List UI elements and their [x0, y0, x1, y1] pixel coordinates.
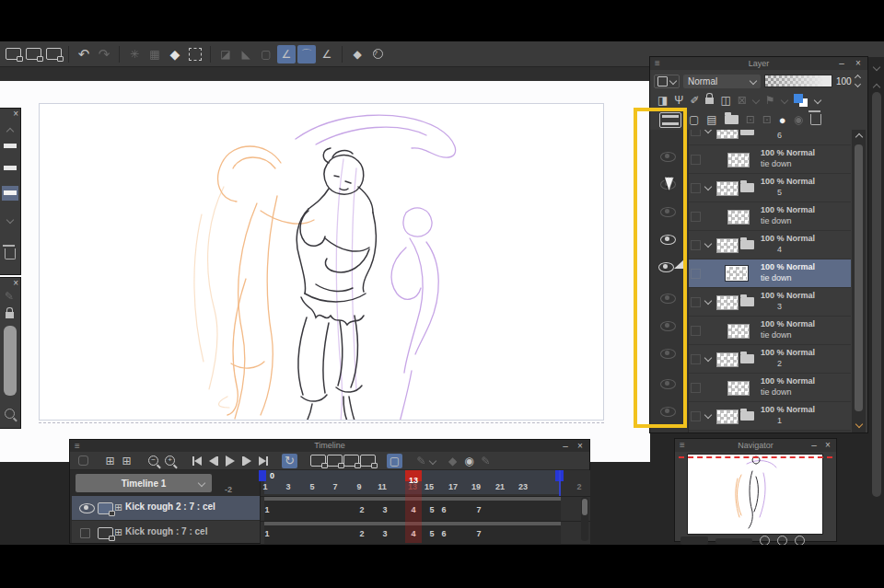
tutorial-icon[interactable]: ◆	[348, 45, 366, 63]
minimize-icon[interactable]: –	[808, 439, 820, 452]
layer-color-chip[interactable]	[794, 94, 808, 107]
cel-band[interactable]: 1 2 3 4 5 6 7	[261, 521, 590, 544]
previous-frame-icon[interactable]	[205, 454, 221, 468]
panel-menu-icon[interactable]: ≡	[680, 439, 685, 452]
layer-row-selected[interactable]: 100 % Normal tie down	[689, 259, 851, 288]
layer-row[interactable]: 100 % Normal tie down	[689, 202, 851, 231]
file-icon-2[interactable]	[24, 45, 42, 63]
snap-curve-icon[interactable]: ⌒	[297, 45, 316, 63]
mask-disabled-icon[interactable]: ⊠	[738, 95, 747, 106]
timeline-curve-icon[interactable]	[76, 454, 91, 468]
delete-layer-icon[interactable]	[810, 114, 821, 125]
list-item-selected[interactable]	[2, 186, 18, 201]
layer-row[interactable]: 100 % Normal tie down	[689, 145, 851, 174]
new-layer-icon[interactable]: ●	[779, 114, 786, 126]
batch-cel-icon[interactable]	[360, 454, 376, 468]
timeline-settings-icon[interactable]: ⊞	[119, 454, 134, 468]
pen-settings-icon[interactable]: ✎	[5, 291, 14, 302]
new-vector-layer-icon[interactable]: ◉	[794, 114, 803, 125]
panel-menu-icon[interactable]: ≡	[655, 57, 660, 70]
new-timeline-icon[interactable]: ⊞	[102, 454, 118, 468]
new-cel-icon[interactable]	[310, 454, 326, 468]
layer-row[interactable]: 100 % Normal 1	[689, 402, 851, 431]
play-icon[interactable]	[222, 454, 238, 468]
file-icon-3[interactable]	[44, 45, 63, 63]
lock-layer-icon[interactable]	[705, 98, 714, 104]
specify-cel-icon[interactable]	[327, 454, 343, 468]
new-mask-icon[interactable]: ▢	[689, 114, 699, 125]
panel-menu-icon[interactable]: ≡	[75, 440, 80, 453]
timeline-track-label[interactable]: ⊞ Kick rough 2 : 7 : cel	[72, 496, 260, 520]
timeline-ruler-area[interactable]: 1 3 5 7 9 11 15 17 19 21 23 2 0	[260, 470, 590, 543]
frame-icon[interactable]	[186, 45, 204, 63]
scroll-down-icon[interactable]	[6, 216, 14, 224]
timeline-selector[interactable]: Timeline 1	[76, 474, 212, 492]
palette-combo[interactable]	[654, 75, 680, 88]
light-table-icon[interactable]: ◆	[445, 454, 460, 468]
lock-transparent-icon[interactable]: ◫	[720, 95, 730, 106]
timeline-scrollbar[interactable]	[581, 497, 588, 541]
navigator-preview[interactable]	[687, 454, 823, 535]
onion-skin-icon[interactable]: ▢	[387, 454, 402, 468]
layer-row[interactable]: 100 % Normal 5	[689, 174, 851, 202]
minimize-icon[interactable]: –	[560, 440, 571, 453]
fill-icon[interactable]: ◆	[166, 45, 184, 63]
close-icon[interactable]: ×	[575, 440, 586, 453]
file-icon-1[interactable]	[4, 45, 22, 63]
lock-icon[interactable]	[6, 312, 14, 318]
zoom-slider[interactable]	[715, 538, 752, 544]
navigator-header[interactable]: ≡ Navigator – ×	[675, 439, 836, 452]
select-grid-icon[interactable]: ▦	[145, 45, 164, 63]
playhead-marker[interactable]: 13	[405, 470, 422, 481]
playback-start-marker[interactable]	[259, 470, 266, 481]
zoom-value-box[interactable]	[680, 536, 708, 545]
chevron-down-icon[interactable]	[429, 456, 436, 464]
zoom-out-icon[interactable]: −	[145, 454, 161, 468]
zoom-in-icon[interactable]: +	[162, 454, 178, 468]
snap-ruler-icon[interactable]: ∠	[277, 45, 296, 63]
draft-layer-icon[interactable]: ✐	[690, 95, 699, 106]
close-icon[interactable]: ×	[853, 57, 864, 70]
new-folder-icon[interactable]	[725, 115, 739, 124]
opacity-stepper[interactable]	[855, 75, 860, 86]
layer-row[interactable]: 100 % Normal 4	[689, 231, 851, 259]
list-item[interactable]	[4, 144, 17, 148]
combine-icon[interactable]: ⊡	[746, 114, 755, 125]
delete-cel-icon[interactable]	[343, 454, 359, 468]
layer-scrollbar[interactable]	[852, 130, 866, 432]
pen-icon[interactable]: ✎	[478, 454, 494, 468]
merge-icon[interactable]: ⊡	[762, 114, 772, 125]
close-icon[interactable]: ×	[822, 439, 833, 452]
layer-panel-header[interactable]: ≡ Layer – ×	[650, 57, 867, 70]
scroll-thumb[interactable]	[582, 499, 587, 515]
collapse-chevron-icon[interactable]	[704, 240, 712, 248]
loop-play-icon[interactable]: ↻	[282, 454, 297, 468]
scroll-down-icon[interactable]	[855, 421, 863, 428]
slider-track[interactable]	[4, 326, 17, 396]
collapse-chevron-icon[interactable]	[704, 411, 712, 419]
collapse-chevron-icon[interactable]	[704, 130, 712, 133]
minimize-icon[interactable]: –	[836, 57, 847, 70]
scroll-up-icon[interactable]	[6, 128, 14, 135]
go-to-end-icon[interactable]	[255, 454, 271, 468]
trash-icon[interactable]	[5, 248, 16, 259]
expand-track-icon[interactable]: ⊞	[114, 502, 122, 513]
ruler-disabled-icon[interactable]: ⚑	[765, 95, 775, 106]
opacity-slider[interactable]	[764, 75, 832, 87]
next-frame-icon[interactable]	[238, 454, 254, 468]
collapse-chevron-icon[interactable]	[704, 354, 712, 362]
clip-to-layer-icon[interactable]: ◨	[657, 95, 668, 106]
cel-band[interactable]: 1 2 3 4 5 6 7	[261, 496, 590, 521]
layer-row[interactable]: 100 % Normal tie down	[689, 374, 851, 402]
track-visibility-checkbox[interactable]	[80, 528, 90, 538]
side-scrollbar[interactable]	[872, 92, 881, 497]
scroll-up-icon[interactable]	[855, 133, 863, 141]
scroll-thumb[interactable]	[855, 144, 863, 411]
selection-icon-1[interactable]: ◪	[216, 45, 235, 63]
snap-angle-icon[interactable]: ∠	[318, 45, 336, 63]
screentone-icon[interactable]: ▤	[706, 114, 716, 125]
selection-icon-3[interactable]: ▢	[257, 45, 275, 63]
layer-row[interactable]: 100 % Normal 3	[689, 288, 851, 317]
pencil-tool-icon[interactable]: ✎	[413, 454, 429, 468]
canvas-page[interactable]	[39, 103, 604, 421]
